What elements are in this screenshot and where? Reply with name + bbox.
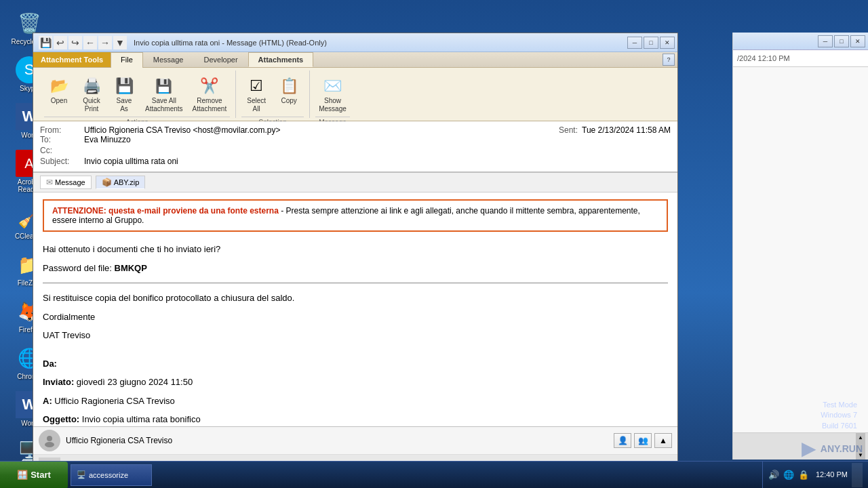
save-all-icon: 💾 <box>155 75 172 97</box>
qa-redo-button[interactable]: ↪ <box>68 36 82 49</box>
side-minimize-button[interactable]: ─ <box>818 35 833 47</box>
select-all-button[interactable]: ☑ SelectAll <box>241 73 271 115</box>
copy-button[interactable]: 📋 Copy <box>274 73 304 107</box>
side-titlebar: ─ □ ✕ <box>733 33 868 50</box>
open-button[interactable]: 📂 Open <box>44 73 74 107</box>
da-label: Da: <box>43 359 57 369</box>
tab-message[interactable]: Message <box>143 52 194 67</box>
subject-row: Subject: Invio copia ulltima rata oni <box>40 157 671 166</box>
save-as-button[interactable]: 💾 SaveAs <box>109 73 139 115</box>
contact-avatar-1 <box>39 430 60 451</box>
tab-file[interactable]: File <box>111 52 143 68</box>
tray-security-icon[interactable]: 🔒 <box>798 470 809 480</box>
side-panel: ─ □ ✕ /2024 12:10 PM ▲ ▼ <box>732 33 868 460</box>
tab-attachment-tools[interactable]: Attachment Tools <box>33 52 111 67</box>
password-value: BMKQP <box>115 263 147 273</box>
forward-a: A: Ufficio Ragioneria CSA Treviso <box>43 394 668 408</box>
sent-label: Sent: <box>559 125 578 135</box>
actions-buttons: 📂 Open 🖨️ QuickPrint 💾 SaveAs 💾 <box>44 70 230 115</box>
qa-forward-button[interactable]: → <box>98 36 112 49</box>
side-controls: ─ □ ✕ <box>818 35 865 47</box>
taskbar-item-icon: 🖥️ <box>77 470 86 479</box>
message-tab[interactable]: ✉ Message <box>40 176 92 189</box>
side-close-button[interactable]: ✕ <box>850 35 865 47</box>
remove-label: RemoveAttachment <box>193 97 227 113</box>
window-title: Invio copia ulltima rata oni - Message (… <box>130 39 627 47</box>
forward-oggetto: Oggetto: Invio copia ultima rata bonific… <box>43 413 668 426</box>
remove-icon: ✂️ <box>200 75 218 97</box>
oggetto-value: Invio copia ultima rata bonifico <box>79 414 200 424</box>
contact-row-1: Ufficio Rgioneria CSA Treviso 👤 👥 ▲ <box>33 427 677 455</box>
a-label: A: <box>43 396 52 406</box>
close-button[interactable]: ✕ <box>660 37 675 49</box>
inviato-label: Inviato: <box>43 377 74 387</box>
anyrun-logo-area: ▶ ANY.RUN <box>802 437 863 460</box>
inviato-value: giovedì 23 giugno 2024 11:50 <box>74 377 193 387</box>
start-label: Start <box>31 470 51 480</box>
save-as-icon: 💾 <box>115 75 134 97</box>
quick-print-button[interactable]: 🖨️ QuickPrint <box>77 73 106 115</box>
header-from-row: From: Ufficio Rgioneria CSA Treviso <hos… <box>40 125 671 135</box>
tray-network-icon[interactable]: 🌐 <box>783 470 794 480</box>
minimize-button[interactable]: ─ <box>627 37 642 49</box>
email-body[interactable]: ATTENZIONE: questa e-mail proviene da un… <box>33 192 677 426</box>
restore-button[interactable]: □ <box>644 37 658 49</box>
tab-attachments[interactable]: Attachments <box>248 52 314 67</box>
forward-inviato: Inviato: giovedì 23 giugno 2024 11:50 <box>43 375 668 389</box>
select-all-label: SelectAll <box>247 97 266 113</box>
side-restore-button[interactable]: □ <box>834 35 849 47</box>
contact-1-btn-b[interactable]: 👥 <box>634 433 652 448</box>
qa-dropdown-button[interactable]: ▼ <box>113 36 127 49</box>
file-tab[interactable]: 📦 ABY.zip <box>96 176 146 189</box>
zip-icon: 📦 <box>102 178 112 187</box>
qa-undo-button[interactable]: ↩ <box>54 36 67 49</box>
test-mode-badge: Test Mode Windows 7 Build 7601 <box>821 400 857 431</box>
save-as-label: SaveAs <box>117 97 132 113</box>
remove-button[interactable]: ✂️ RemoveAttachment <box>189 73 231 115</box>
ribbon-help-area: ? <box>313 52 677 67</box>
show-desktop-button[interactable] <box>852 463 863 487</box>
copy-icon: 📋 <box>280 75 298 97</box>
svg-point-0 <box>47 436 52 441</box>
ribbon-help-button[interactable]: ? <box>663 54 675 66</box>
body-line4: Cordialmente <box>43 310 668 324</box>
start-orb: 🪟 <box>17 470 28 480</box>
quick-print-label: QuickPrint <box>83 97 100 113</box>
tray-volume-icon[interactable]: 🔊 <box>768 470 779 480</box>
clock-time: 12:40 PM <box>816 470 848 479</box>
ribbon-tabs: Attachment Tools File Message Developer … <box>33 52 677 68</box>
taskbar: 🪟 Start 🖥️ accessorize 🔊 🌐 🔒 12:40 PM <box>0 461 868 488</box>
to-value: Eva Minuzzo <box>84 135 671 144</box>
clock[interactable]: 12:40 PM <box>813 470 848 479</box>
from-label: From: <box>40 125 84 135</box>
from-container: From: Ufficio Rgioneria CSA Treviso <hos… <box>40 125 559 135</box>
taskbar-item-accessories[interactable]: 🖥️ accessorize <box>71 464 152 486</box>
show-message-button[interactable]: ✉️ ShowMessage <box>315 73 350 115</box>
subject-label: Subject: <box>40 157 84 166</box>
message-buttons: ✉️ ShowMessage <box>315 70 350 115</box>
tab-developer[interactable]: Developer <box>193 52 248 67</box>
side-time: /2024 12:10 PM <box>733 50 868 67</box>
ribbon-group-selection: ☑ SelectAll 📋 Copy Selection <box>236 70 310 118</box>
cc-label: Cc: <box>40 146 84 155</box>
attachment-bar: ✉ Message 📦 ABY.zip <box>33 173 677 192</box>
qa-back-button[interactable]: ← <box>83 36 97 49</box>
email-headers: From: Ufficio Rgioneria CSA Treviso <hos… <box>33 121 677 173</box>
contact-1-btn-a[interactable]: 👤 <box>614 433 631 448</box>
desktop: 🗑️ Recycle Bin S Skype W Word A Acrobat … <box>0 0 868 488</box>
qa-save-button[interactable]: 💾 <box>39 36 52 49</box>
start-button[interactable]: 🪟 Start <box>0 462 68 489</box>
anyrun-watermark: ▶ ANY.RUN Test Mode Windows 7 Build 7601 <box>802 437 863 460</box>
window-titlebar: 💾 ↩ ↪ ← → ▼ Invio copia ulltima rata oni… <box>33 33 677 52</box>
selection-buttons: ☑ SelectAll 📋 Copy <box>241 70 304 115</box>
svg-point-1 <box>45 442 54 447</box>
taskbar-tray: 🔊 🌐 🔒 12:40 PM <box>762 462 868 489</box>
file-tab-label: ABY.zip <box>114 178 140 186</box>
subject-value: Invio copia ulltima rata oni <box>84 157 671 166</box>
anyrun-text: ANY.RUN <box>821 443 863 454</box>
forward-da: Da: <box>43 357 668 371</box>
contact-1-expand[interactable]: ▲ <box>654 433 672 448</box>
open-icon: 📂 <box>50 75 68 97</box>
ribbon-content: 📂 Open 🖨️ QuickPrint 💾 SaveAs 💾 <box>33 68 677 121</box>
save-all-button[interactable]: 💾 Save AllAttachments <box>142 73 186 115</box>
